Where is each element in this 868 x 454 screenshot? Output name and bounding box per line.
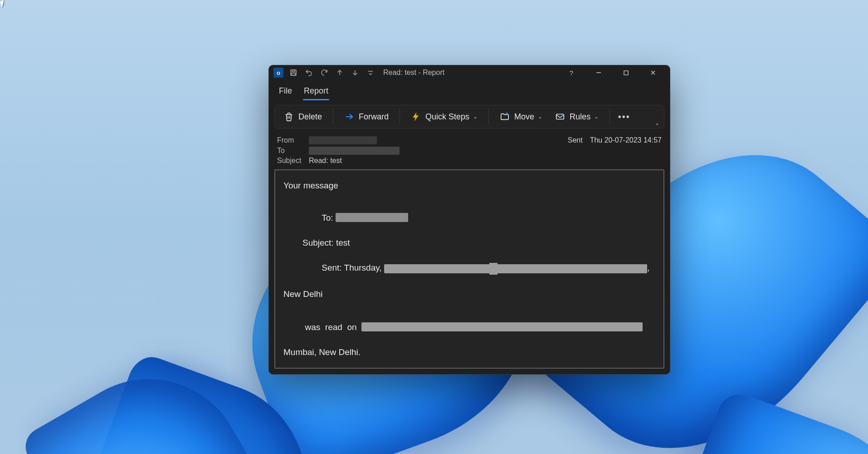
body-sent-line: Sent: Thursday, , bbox=[283, 249, 655, 288]
chevron-down-icon: ⌄ bbox=[594, 114, 599, 120]
ellipsis-icon: ••• bbox=[619, 112, 629, 122]
maximize-button[interactable] bbox=[618, 66, 634, 79]
forward-arrow-icon bbox=[344, 112, 354, 122]
svg-rect-2 bbox=[292, 73, 295, 75]
quick-steps-label: Quick Steps bbox=[425, 112, 469, 122]
titlebar[interactable]: o Read: test - Report ? bbox=[269, 65, 670, 80]
help-button[interactable]: ? bbox=[564, 66, 579, 79]
forward-label: Forward bbox=[359, 112, 389, 122]
svg-rect-4 bbox=[624, 71, 628, 75]
close-button[interactable] bbox=[645, 66, 661, 79]
to-label: To bbox=[277, 147, 309, 155]
ribbon-collapse-icon[interactable]: ⌄ bbox=[655, 120, 659, 126]
sent-label: Sent bbox=[568, 136, 583, 144]
next-item-icon[interactable] bbox=[350, 67, 361, 78]
to-value bbox=[309, 146, 662, 155]
move-label: Move bbox=[514, 112, 534, 122]
subject-value: Read: test bbox=[309, 157, 662, 165]
from-label: From bbox=[277, 136, 309, 144]
qat-customize-icon[interactable] bbox=[365, 67, 376, 78]
tab-report[interactable]: Report bbox=[303, 83, 329, 100]
subject-label: Subject bbox=[277, 157, 309, 165]
undo-icon[interactable] bbox=[303, 67, 314, 78]
ribbon-tabs: File Report bbox=[269, 80, 670, 100]
message-body[interactable]: Your message To: Subject: test Sent: Thu… bbox=[274, 169, 664, 369]
body-your-message: Your message bbox=[283, 179, 655, 192]
chevron-down-icon: ⌄ bbox=[473, 114, 478, 120]
svg-rect-1 bbox=[292, 70, 295, 72]
body-mumbai-line: Mumbai, New Delhi. bbox=[283, 346, 655, 359]
delete-button[interactable]: Delete bbox=[279, 108, 327, 125]
minimize-button[interactable] bbox=[591, 66, 606, 79]
previous-item-icon[interactable] bbox=[334, 67, 345, 78]
delete-label: Delete bbox=[298, 112, 322, 122]
redo-icon[interactable] bbox=[319, 67, 330, 78]
quick-steps-button[interactable]: Quick Steps ⌄ bbox=[406, 108, 482, 125]
rules-icon bbox=[555, 112, 565, 122]
body-subject-line: Subject: test bbox=[283, 237, 655, 249]
save-icon[interactable] bbox=[288, 67, 299, 78]
body-read-on-line: was read on bbox=[283, 309, 655, 346]
outlook-app-icon: o bbox=[273, 68, 283, 78]
window-title: Read: test - Report bbox=[380, 69, 559, 77]
mouse-cursor bbox=[0, 0, 6, 8]
more-commands-button[interactable]: ••• bbox=[616, 108, 632, 125]
forward-button[interactable]: Forward bbox=[340, 108, 393, 125]
move-folder-icon bbox=[500, 112, 510, 122]
message-content: From Sent Thu 20-07-2023 14:57 To Subjec… bbox=[274, 135, 664, 369]
sent-value: Thu 20-07-2023 14:57 bbox=[590, 136, 662, 144]
lightning-icon bbox=[411, 112, 421, 122]
chevron-down-icon: ⌄ bbox=[538, 114, 542, 120]
tab-file[interactable]: File bbox=[278, 83, 293, 100]
rules-label: Rules bbox=[570, 112, 590, 122]
move-button[interactable]: Move ⌄ bbox=[495, 108, 547, 125]
body-to-line: To: bbox=[283, 199, 655, 237]
from-value bbox=[309, 136, 568, 144]
rules-button[interactable]: Rules ⌄ bbox=[551, 108, 603, 125]
outlook-read-receipt-window: o Read: test - Report ? bbox=[268, 65, 670, 375]
trash-icon bbox=[284, 112, 294, 122]
body-new-delhi: New Delhi bbox=[283, 288, 655, 301]
ribbon: Delete Forward Quick Steps ⌄ Move ⌄ bbox=[274, 105, 664, 128]
